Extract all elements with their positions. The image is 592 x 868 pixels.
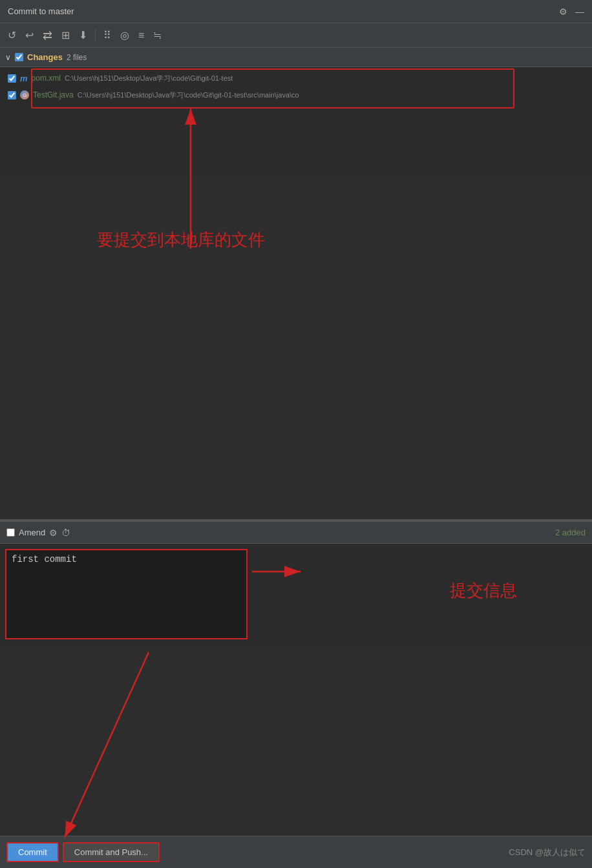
grid-btn[interactable]: ⊞ — [59, 28, 72, 43]
commit-message-input[interactable]: first commit — [5, 549, 248, 639]
branch-btn[interactable]: ⠿ — [101, 28, 114, 43]
amend-clock-icon[interactable]: ⏱ — [61, 528, 70, 538]
middle-area: 要提交到本地库的文件 — [0, 177, 592, 519]
minimize-icon[interactable]: — — [575, 6, 584, 17]
button-left: Commit Commit and Push... — [6, 842, 160, 862]
changes-checkbox[interactable] — [15, 53, 23, 61]
file-list-area: m pom.xml C:\Users\hj151\Desktop\Java学习\… — [0, 67, 592, 177]
commit-button[interactable]: Commit — [6, 842, 59, 862]
file-path-pom: C:\Users\hj151\Desktop\Java学习\code\Git\g… — [65, 74, 233, 83]
refresh-btn[interactable]: ↺ — [5, 28, 19, 43]
file-icon-m: m — [20, 74, 28, 83]
arrow-btn[interactable]: ⇄ — [40, 27, 55, 44]
file-checkbox-pom[interactable] — [8, 74, 16, 83]
file-checkbox-testgit[interactable] — [8, 91, 16, 99]
undo-btn[interactable]: ↩ — [23, 28, 36, 43]
download-btn[interactable]: ⬇ — [76, 28, 90, 43]
amend-label: Amend — [19, 528, 45, 537]
lower-area — [0, 647, 592, 829]
file-item-testgit[interactable]: G TestGit.java C:\Users\hj151\Desktop\Ja… — [0, 87, 592, 103]
file-icon-g: G — [20, 90, 29, 99]
title-bar-right: ⚙ — — [559, 6, 584, 17]
changes-count: 2 files — [67, 53, 87, 62]
file-name-pom: pom.xml — [32, 74, 61, 83]
file-path-testgit: C:\Users\hj151\Desktop\Java学习\code\Git\g… — [78, 90, 299, 100]
window-title: Commit to master — [8, 6, 74, 16]
amend-left: Amend ⚙ ⏱ — [6, 528, 70, 538]
amend-settings-icon[interactable]: ⚙ — [49, 528, 58, 538]
watermark-text: CSDN @故人は似て — [509, 847, 586, 858]
commit-message-area: first commit 提交信息 — [0, 544, 592, 647]
file-name-testgit: TestGit.java — [33, 90, 74, 99]
title-bar-left: Commit to master — [8, 6, 74, 16]
file-item-pom[interactable]: m pom.xml C:\Users\hj151\Desktop\Java学习\… — [0, 70, 592, 87]
list-btn[interactable]: ≡ — [136, 28, 147, 43]
amend-checkbox[interactable] — [6, 528, 15, 537]
changes-label: Changes — [27, 52, 63, 62]
title-bar: Commit to master ⚙ — — [0, 0, 592, 23]
commit-and-push-button[interactable]: Commit and Push... — [63, 842, 160, 862]
amend-status: 2 added — [555, 528, 586, 537]
collapse-icon[interactable]: ∨ — [5, 53, 11, 62]
settings-icon[interactable]: ⚙ — [559, 6, 567, 17]
changes-header: ∨ Changes 2 files — [0, 48, 592, 67]
eye-btn[interactable]: ◎ — [118, 28, 132, 43]
settings2-btn[interactable]: ≒ — [151, 28, 164, 43]
amend-bar: Amend ⚙ ⏱ 2 added — [0, 522, 592, 544]
toolbar: ↺ ↩ ⇄ ⊞ ⬇ ⠿ ◎ ≡ ≒ — [0, 23, 592, 48]
toolbar-sep — [95, 29, 96, 42]
button-bar: Commit Commit and Push... CSDN @故人は似て — [0, 836, 592, 868]
